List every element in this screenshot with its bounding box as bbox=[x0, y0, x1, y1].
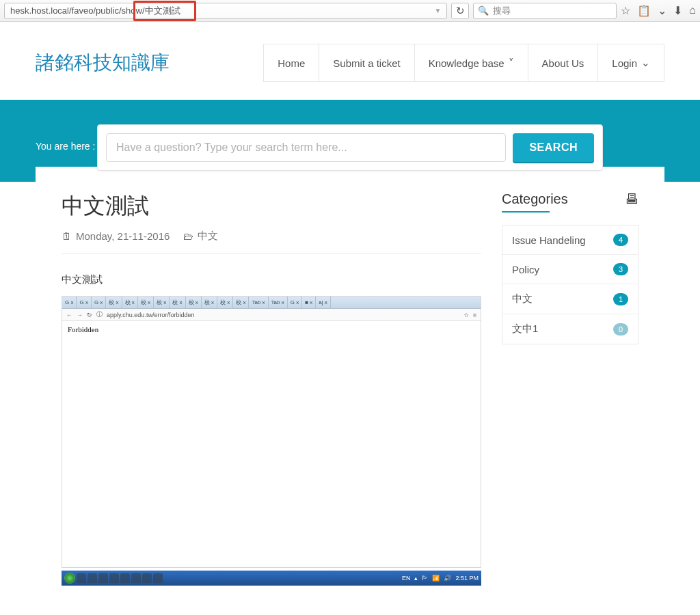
task-icon bbox=[77, 573, 86, 583]
article-title: 中文測試 bbox=[62, 191, 481, 221]
info-icon: ⓘ bbox=[96, 310, 103, 319]
task-icon bbox=[109, 573, 119, 583]
nav-login[interactable]: Login⌄ bbox=[598, 44, 664, 81]
tray-sound-icon: 🔊 bbox=[444, 575, 451, 582]
article-column: 中文測試 🗓Monday, 21-11-2016 🗁中文 中文測試 G xG x… bbox=[62, 191, 481, 586]
address-bar[interactable]: hesk.host.local/faveo/public/show/中文測試 ▼ bbox=[4, 3, 447, 19]
embed-tab: 校 x bbox=[202, 297, 217, 308]
article-meta: 🗓Monday, 21-11-2016 🗁中文 bbox=[62, 230, 481, 254]
star-icon: ☆ bbox=[463, 312, 469, 318]
embed-tab: 校 x bbox=[138, 297, 154, 308]
task-icon bbox=[142, 573, 152, 583]
category-item[interactable]: 中文1 bbox=[502, 284, 638, 314]
menu-icon: ≡ bbox=[473, 312, 476, 318]
start-orb-icon bbox=[64, 573, 75, 584]
embed-tab: Tab x bbox=[269, 297, 288, 308]
category-label: 文中1 bbox=[512, 323, 538, 336]
content-card: 中文測試 🗓Monday, 21-11-2016 🗁中文 中文測試 G xG x… bbox=[36, 167, 664, 586]
search-card: SEARCH bbox=[97, 124, 603, 171]
task-icon bbox=[120, 573, 130, 583]
sidebar-underline bbox=[502, 211, 550, 213]
sidebar-title: Categories bbox=[502, 191, 568, 207]
tray-flag-icon: 🏳 bbox=[422, 575, 428, 582]
forward-icon: → bbox=[77, 312, 83, 318]
pocket-icon[interactable]: ⌄ bbox=[658, 4, 667, 17]
embed-tab: G x bbox=[288, 297, 302, 308]
reload-icon: ↻ bbox=[87, 312, 92, 318]
dropdown-icon[interactable]: ▼ bbox=[434, 7, 441, 14]
tray-arrow-icon: ▴ bbox=[414, 575, 418, 582]
search-button[interactable]: SEARCH bbox=[513, 133, 594, 162]
embed-page-body: Forbidden bbox=[62, 321, 481, 567]
site-brand[interactable]: 諸銘科技知識庫 bbox=[36, 50, 170, 76]
page-header: 諸銘科技知識庫 Home Submit a ticket Knowledge b… bbox=[36, 22, 664, 100]
embed-tab: ■ x bbox=[302, 297, 316, 308]
bookmark-icon[interactable]: ☆ bbox=[621, 4, 630, 17]
embed-taskbar: EN ▴ 🏳 📶 🔊 2:51 PM bbox=[62, 571, 481, 586]
embed-tab: 校 x bbox=[170, 297, 185, 308]
nav-submit-ticket[interactable]: Submit a ticket bbox=[319, 44, 414, 81]
embed-url: apply.chu.edu.tw/error/forbidden bbox=[107, 312, 194, 318]
nav-about-us[interactable]: About Us bbox=[528, 44, 599, 81]
embed-tab: G x bbox=[92, 297, 106, 308]
category-count-badge: 0 bbox=[613, 323, 628, 336]
print-icon[interactable]: 🖶 bbox=[625, 191, 638, 207]
back-icon: ← bbox=[66, 312, 72, 318]
browser-toolbar-icons: ☆ 📋 ⌄ ⬇ ⌂ bbox=[621, 4, 696, 17]
task-icon bbox=[98, 573, 108, 583]
reload-button[interactable]: ↻ bbox=[451, 3, 469, 19]
embed-tab: 校 x bbox=[217, 297, 233, 308]
main-nav: Home Submit a ticket Knowledge base˅ Abo… bbox=[263, 44, 664, 82]
nav-home[interactable]: Home bbox=[264, 44, 319, 81]
category-label: Issue Handeling bbox=[512, 234, 586, 246]
sidebar-title-row: Categories 🖶 bbox=[502, 191, 638, 207]
embed-tab: aj x bbox=[316, 297, 330, 308]
task-icon bbox=[131, 573, 141, 583]
category-list: Issue Handeling4Policy3中文1文中10 bbox=[502, 225, 638, 344]
embed-tab: 校 x bbox=[233, 297, 249, 308]
embed-tab: G x bbox=[77, 297, 91, 308]
folder-icon: 🗁 bbox=[183, 230, 193, 242]
category-item[interactable]: Issue Handeling4 bbox=[502, 226, 638, 255]
clipboard-icon[interactable]: 📋 bbox=[637, 4, 651, 17]
home-icon[interactable]: ⌂ bbox=[689, 4, 696, 17]
category-item[interactable]: 文中10 bbox=[502, 314, 638, 344]
embedded-screenshot: G xG xG x校 x校 x校 x校 x校 x校 x校 x校 x校 xTab … bbox=[62, 296, 481, 568]
embed-tab: Tab x bbox=[249, 297, 268, 308]
embed-tab: 校 x bbox=[122, 297, 138, 308]
chevron-down-icon: ⌄ bbox=[641, 57, 650, 69]
nav-knowledge-base[interactable]: Knowledge base˅ bbox=[415, 44, 528, 81]
category-count-badge: 3 bbox=[613, 263, 628, 275]
embed-tab: 校 x bbox=[106, 297, 122, 308]
chevron-down-icon: ˅ bbox=[509, 57, 514, 69]
search-input[interactable] bbox=[106, 133, 506, 162]
embed-tab: 校 x bbox=[154, 297, 170, 308]
embed-browser-tabs: G xG xG x校 x校 x校 x校 x校 x校 x校 x校 x校 xTab … bbox=[62, 297, 481, 309]
reload-icon: ↻ bbox=[456, 5, 465, 17]
article-date: Monday, 21-11-2016 bbox=[76, 230, 170, 242]
category-label: Policy bbox=[512, 264, 539, 275]
article-body: 中文測試 bbox=[62, 273, 481, 286]
tray-network-icon: 📶 bbox=[432, 575, 440, 582]
category-label: 中文 bbox=[512, 292, 533, 305]
category-item[interactable]: Policy3 bbox=[502, 255, 638, 284]
tray-lang: EN bbox=[402, 575, 411, 582]
embed-url-row: ← → ↻ ⓘ apply.chu.edu.tw/error/forbidden… bbox=[62, 309, 481, 321]
browser-search-bar[interactable]: 🔍 搜尋 bbox=[473, 3, 617, 19]
embed-tab: G x bbox=[62, 297, 77, 308]
article-category[interactable]: 中文 bbox=[198, 230, 218, 243]
task-icon bbox=[88, 573, 97, 583]
task-icon bbox=[153, 573, 163, 583]
tray-clock: 2:51 PM bbox=[455, 575, 479, 582]
search-placeholder: 搜尋 bbox=[493, 5, 511, 17]
category-count-badge: 4 bbox=[613, 234, 628, 246]
embed-tab: 校 x bbox=[186, 297, 202, 308]
download-icon[interactable]: ⬇ bbox=[673, 4, 682, 17]
category-count-badge: 1 bbox=[613, 293, 628, 305]
search-icon: 🔍 bbox=[478, 5, 489, 16]
calendar-icon: 🗓 bbox=[62, 230, 72, 242]
browser-chrome: hesk.host.local/faveo/public/show/中文測試 ▼… bbox=[0, 0, 700, 22]
url-text: hesk.host.local/faveo/public/show/中文測試 bbox=[10, 5, 180, 17]
sidebar: Categories 🖶 Issue Handeling4Policy3中文1文… bbox=[502, 191, 638, 586]
